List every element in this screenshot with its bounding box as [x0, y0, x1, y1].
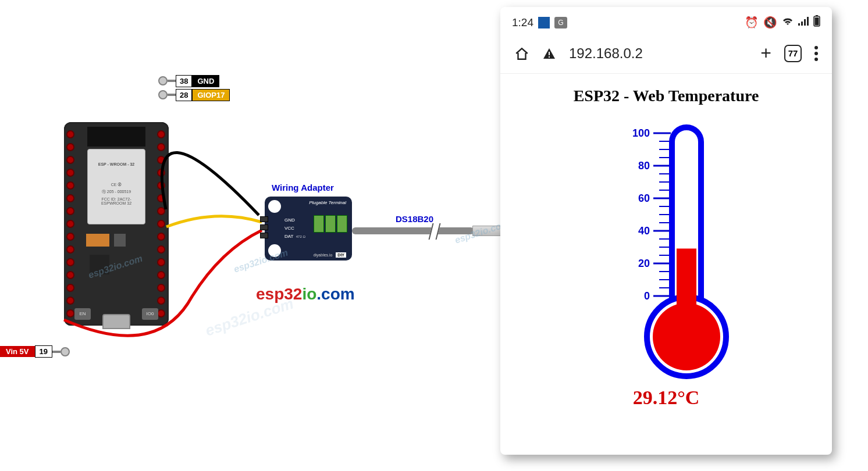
temperature-reading: 29.12°C — [500, 387, 832, 409]
en-button: EN — [74, 308, 91, 320]
status-right-icons: ⏰ 🔇 — [745, 15, 820, 30]
svg-rect-8 — [549, 56, 550, 58]
pin-vin-label: Vin 5V — [0, 346, 35, 357]
svg-rect-5 — [816, 15, 818, 16]
not-secure-icon[interactable] — [542, 47, 556, 60]
wire-black — [160, 99, 276, 221]
status-translate-icon: G — [554, 17, 567, 28]
pin-wire — [168, 80, 176, 82]
adapter-pin-dat: DAT — [284, 234, 293, 239]
new-tab-icon[interactable]: + — [760, 42, 771, 64]
status-time: 1:24 — [512, 16, 533, 29]
pin-giop-label: GIOP17 — [192, 89, 230, 101]
sensor-cable — [352, 227, 474, 234]
brand-part-3: .com — [316, 285, 354, 303]
component — [114, 234, 126, 247]
adapter-pin-gnd: GND — [284, 216, 305, 224]
page-title: ESP32 - Web Temperature — [500, 87, 832, 105]
svg-text:100: 100 — [632, 127, 650, 139]
pin-legend: 38 GND 28 GIOP17 — [158, 74, 230, 102]
svg-rect-7 — [549, 52, 550, 55]
pin-wire — [52, 351, 61, 353]
antenna — [87, 127, 145, 147]
sensor-label: DS18B20 — [396, 214, 433, 224]
mount-hole — [268, 244, 281, 257]
status-bar: 1:24 G ⏰ 🔇 — [500, 7, 832, 34]
pin-dot — [158, 76, 168, 85]
pin-wire — [168, 94, 176, 96]
pins-right — [157, 130, 166, 317]
pins-left — [66, 130, 76, 317]
io0-button: IO0 — [142, 308, 158, 320]
menu-kebab-icon[interactable] — [814, 46, 818, 61]
signal-icon — [798, 16, 809, 29]
usb-port — [102, 314, 130, 329]
diagram-canvas: 38 GND 28 GIOP17 Vin 5V 19 ESP - WROOM -… — [0, 0, 868, 471]
thermometer-widget: 100806040200 — [500, 116, 832, 383]
tab-count-badge[interactable]: 77 — [784, 45, 802, 62]
svg-rect-0 — [798, 23, 800, 26]
adapter-resistor: 472 Ω — [296, 235, 305, 238]
esp32-board: ESP - WROOM - 32 CE ⦿ Ⓡ 205 - 000519 FCC… — [64, 122, 169, 326]
adapter-brand: DIY — [336, 252, 346, 258]
shield-serial: 205 - 000519 — [107, 190, 131, 194]
svg-rect-2 — [804, 19, 806, 26]
shield-model: ESP - WROOM - 32 — [90, 162, 143, 166]
battery-icon — [813, 15, 820, 30]
svg-text:20: 20 — [638, 258, 650, 269]
status-app-icon — [538, 17, 550, 28]
pin-gnd-number: 38 — [176, 75, 192, 87]
svg-rect-6 — [815, 17, 819, 26]
pin-giop-row: 28 GIOP17 — [158, 88, 230, 101]
svg-point-40 — [653, 303, 720, 370]
mount-hole — [268, 200, 281, 213]
shield-fcc: FCC ID: 2AC72-ESPWROOM 32 — [90, 197, 143, 205]
home-icon[interactable] — [514, 47, 529, 60]
mute-icon: 🔇 — [763, 16, 777, 29]
pin-vin-row: Vin 5V 19 — [0, 345, 70, 358]
terminal-block — [314, 215, 347, 233]
svg-text:40: 40 — [638, 225, 650, 237]
wire-yellow — [163, 209, 273, 233]
pin-dot — [61, 347, 70, 356]
url-text[interactable]: 192.168.0.2 — [569, 45, 748, 62]
pin-gnd-label: GND — [192, 75, 219, 87]
thermometer-svg: 100806040200 — [585, 116, 748, 383]
brand-part-1: esp32 — [256, 285, 302, 303]
pin-dot — [158, 90, 168, 99]
adapter-title: Wiring Adapter — [272, 183, 334, 192]
pin-vin-number: 19 — [35, 345, 52, 358]
adapter-pin-labels: GND VCC DAT 472 Ω — [284, 216, 305, 241]
brand-logo: esp32io.com — [256, 285, 355, 304]
adapter-pin-vcc: VCC — [284, 224, 305, 233]
component — [90, 255, 109, 274]
wiring-adapter: Plugable Terminal GND VCC DAT 472 Ω diya… — [265, 197, 352, 261]
svg-rect-1 — [801, 22, 803, 26]
rf-shield: ESP - WROOM - 32 CE ⦿ Ⓡ 205 - 000519 FCC… — [87, 149, 145, 224]
svg-text:60: 60 — [638, 192, 650, 204]
svg-text:80: 80 — [638, 160, 650, 172]
component — [86, 234, 109, 247]
alarm-icon: ⏰ — [745, 16, 759, 29]
phone-mockup: 1:24 G ⏰ 🔇 — [500, 7, 832, 455]
svg-text:0: 0 — [644, 290, 650, 302]
svg-rect-3 — [807, 17, 809, 26]
brand-part-2: io — [302, 285, 316, 303]
jack-block — [260, 216, 268, 241]
pin-giop-number: 28 — [176, 89, 192, 101]
adapter-footer: diyables.io — [313, 253, 332, 257]
browser-url-bar: 192.168.0.2 + 77 — [500, 34, 832, 74]
wifi-icon — [782, 16, 794, 29]
pin-gnd-row: 38 GND — [158, 74, 230, 87]
